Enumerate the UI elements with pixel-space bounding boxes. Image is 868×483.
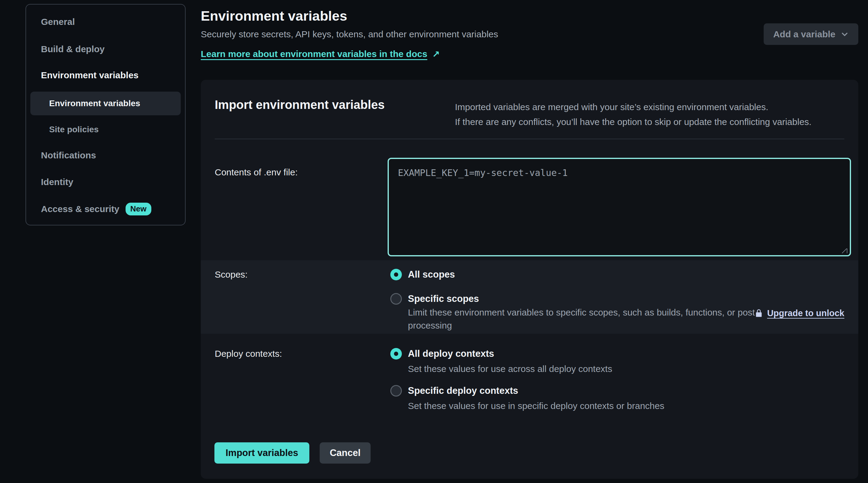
settings-sidebar: General Build & deploy Environment varia… [26, 4, 186, 225]
sidebar-subitem-environment-variables-active[interactable]: Environment variables [30, 92, 181, 115]
external-link-icon: ↗ [432, 49, 440, 59]
radio-all-deploy-contexts[interactable] [390, 348, 402, 360]
sidebar-subitem-label: Environment variables [49, 99, 140, 108]
add-variable-label: Add a variable [773, 29, 835, 39]
sidebar-item-identity[interactable]: Identity [41, 176, 73, 188]
page-title: Environment variables [201, 8, 347, 25]
sidebar-item-environment-variables[interactable]: Environment variables [41, 69, 138, 81]
upgrade-to-unlock-link[interactable]: Upgrade to unlock [754, 307, 844, 319]
radio-all-scopes[interactable] [390, 269, 402, 280]
sidebar-item-notifications[interactable]: Notifications [41, 149, 96, 161]
deploy-contexts-label: Deploy contexts: [215, 348, 282, 359]
scopes-label: Scopes: [215, 269, 247, 280]
radio-specific-deploy-contexts-label[interactable]: Specific deploy contexts [408, 385, 518, 396]
env-file-input-wrapper: EXAMPLE_KEY_1=my-secret-value-1 [388, 158, 851, 256]
radio-all-deploy-contexts-label[interactable]: All deploy contexts [408, 348, 494, 359]
all-deploy-contexts-description: Set these values for use across all depl… [408, 362, 612, 375]
radio-specific-scopes[interactable] [390, 293, 402, 305]
sidebar-subitem-site-policies[interactable]: Site policies [49, 123, 99, 135]
sidebar-item-access-security-label: Access & security [41, 203, 120, 215]
cancel-button[interactable]: Cancel [320, 442, 371, 463]
import-variables-button[interactable]: Import variables [214, 442, 309, 463]
add-variable-button[interactable]: Add a variable [764, 23, 858, 45]
new-badge: New [126, 203, 151, 215]
import-environment-variables-card: Import environment variables Imported va… [201, 80, 858, 479]
upgrade-to-unlock-label: Upgrade to unlock [767, 307, 844, 319]
specific-scopes-description: Limit these environment variables to spe… [408, 306, 796, 332]
specific-deploy-contexts-description: Set these values for use in specific dep… [408, 399, 664, 412]
import-card-info: Imported variables are merged with your … [455, 100, 847, 129]
env-file-textarea[interactable]: EXAMPLE_KEY_1=my-secret-value-1 [389, 159, 850, 255]
import-card-info-line2: If there are any conflicts, you’ll have … [455, 115, 847, 129]
sidebar-item-access-security[interactable]: Access & security New [41, 203, 151, 215]
env-file-label: Contents of .env file: [215, 167, 298, 178]
sidebar-item-general[interactable]: General [41, 16, 75, 28]
card-divider [215, 139, 844, 139]
chevron-down-icon [840, 30, 849, 38]
import-card-info-line1: Imported variables are merged with your … [455, 100, 847, 114]
textarea-resize-handle[interactable] [842, 248, 848, 254]
lock-icon [754, 308, 763, 318]
radio-specific-deploy-contexts[interactable] [390, 385, 402, 396]
import-card-heading: Import environment variables [215, 97, 384, 112]
radio-all-scopes-label[interactable]: All scopes [408, 269, 455, 280]
sidebar-item-build-deploy[interactable]: Build & deploy [41, 43, 105, 55]
docs-link[interactable]: Learn more about environment variables i… [201, 48, 440, 60]
radio-specific-scopes-label[interactable]: Specific scopes [408, 293, 479, 304]
docs-link-label: Learn more about environment variables i… [201, 48, 427, 60]
page-subtitle: Securely store secrets, API keys, tokens… [201, 29, 498, 39]
